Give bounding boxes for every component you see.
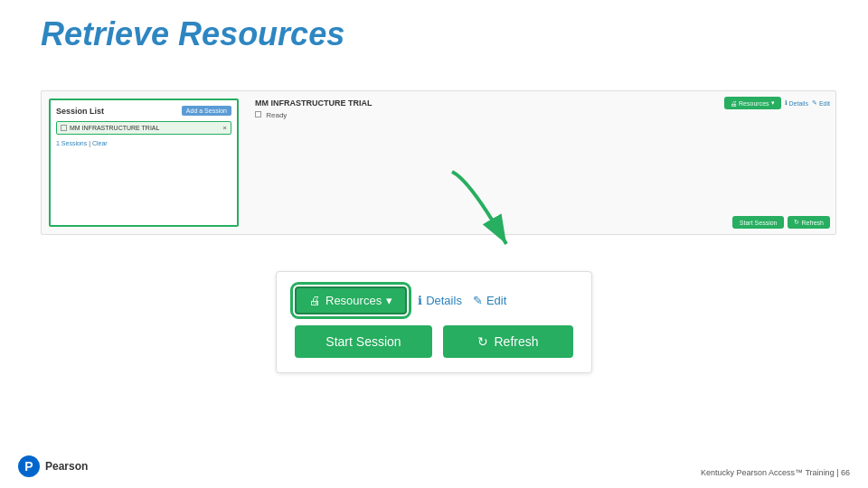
session-count-small: 1 Sessions | Clear <box>56 140 231 146</box>
edit-link-large[interactable]: ✎ Edit <box>473 294 506 307</box>
screenshot-mockup: Session List Add a Session MM INFRASTRUC… <box>41 90 836 235</box>
zoomed-buttons-area: 🖨 Resources ▾ ℹ Details ✎ Edit Start Ses… <box>276 271 592 373</box>
refresh-button-large[interactable]: ↻ Refresh <box>443 325 573 358</box>
chevron-icon-large: ▾ <box>386 294 392 307</box>
pearson-logo: P Pearson <box>18 455 88 477</box>
session-checkbox-small <box>61 125 67 131</box>
zoomed-bottom-row: Start Session ↻ Refresh <box>295 325 573 358</box>
zoomed-top-row: 🖨 Resources ▾ ℹ Details ✎ Edit <box>295 286 573 314</box>
status-checkbox <box>255 111 261 117</box>
pencil-icon-large: ✎ <box>473 294 483 307</box>
printer-icon-small: 🖨 <box>731 100 737 107</box>
details-link-large[interactable]: ℹ Details <box>418 294 462 307</box>
printer-icon-large: 🖨 <box>309 294 321 307</box>
add-session-button-small[interactable]: Add a Session <box>182 106 231 116</box>
refresh-icon-large: ↻ <box>477 334 488 349</box>
edit-link-small[interactable]: ✎ Edit <box>812 99 830 107</box>
session-list-title: Session List <box>56 107 104 116</box>
start-session-button-large[interactable]: Start Session <box>295 325 432 358</box>
resources-button-large[interactable]: 🖨 Resources ▾ <box>295 286 407 314</box>
pearson-logo-icon: P <box>18 455 40 477</box>
session-detail-status: Ready <box>255 111 826 119</box>
session-detail-panel: MM INFRASTRUCTURE TRIAL Ready 🖨 Resource… <box>246 91 835 234</box>
close-icon-small[interactable]: × <box>222 124 227 132</box>
footer-text: Kentucky Pearson Access™ Training | 66 <box>701 468 850 477</box>
session-name-small: MM INFRASTRUCTURE TRIAL <box>70 125 222 131</box>
resources-button-small[interactable]: 🖨 Resources ▾ <box>724 97 780 109</box>
info-icon-large: ℹ <box>418 294 422 307</box>
refresh-icon-small: ↻ <box>794 219 799 226</box>
pencil-icon-small: ✎ <box>812 99 817 107</box>
details-link-small[interactable]: ℹ Details <box>785 99 808 107</box>
chevron-icon-small: ▾ <box>771 99 775 107</box>
bottom-buttons-small: Start Session ↻ Refresh <box>732 216 830 229</box>
session-list-panel: Session List Add a Session MM INFRASTRUC… <box>49 99 239 227</box>
top-right-buttons: 🖨 Resources ▾ ℹ Details ✎ Edit <box>724 97 830 109</box>
page-title: Retrieve Resources <box>41 15 344 53</box>
session-list-header: Session List Add a Session <box>56 106 231 116</box>
info-icon-small: ℹ <box>785 99 788 107</box>
session-item-row: MM INFRASTRUCTURE TRIAL × <box>56 121 231 135</box>
start-session-button-small[interactable]: Start Session <box>732 216 785 229</box>
pearson-logo-text: Pearson <box>45 460 88 473</box>
footer: P Pearson Kentucky Pearson Access™ Train… <box>0 468 868 477</box>
refresh-button-small[interactable]: ↻ Refresh <box>788 216 830 229</box>
